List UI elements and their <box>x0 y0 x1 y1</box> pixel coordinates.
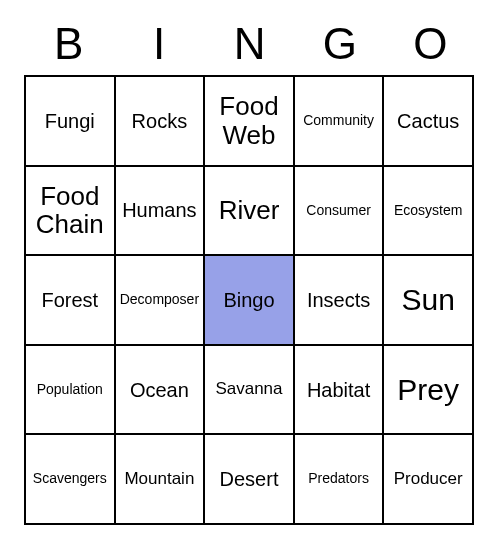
bingo-cell[interactable]: Producer <box>383 434 473 524</box>
bingo-cell[interactable]: Desert <box>204 434 294 524</box>
bingo-cell[interactable]: Habitat <box>294 345 384 435</box>
bingo-cell[interactable]: Savanna <box>204 345 294 435</box>
header-b: B <box>24 19 114 69</box>
bingo-cell[interactable]: Cactus <box>383 76 473 166</box>
bingo-cell[interactable]: Food Web <box>204 76 294 166</box>
bingo-free-space[interactable]: Bingo <box>204 255 294 345</box>
bingo-cell[interactable]: Sun <box>383 255 473 345</box>
header-i: I <box>114 19 204 69</box>
header-o: O <box>386 19 476 69</box>
bingo-cell[interactable]: Predators <box>294 434 384 524</box>
bingo-cell[interactable]: Population <box>25 345 115 435</box>
bingo-grid: FungiRocksFood WebCommunityCactusFood Ch… <box>24 75 474 525</box>
bingo-cell[interactable]: Decomposer <box>115 255 205 345</box>
bingo-cell[interactable]: Prey <box>383 345 473 435</box>
bingo-card: B I N G O FungiRocksFood WebCommunityCac… <box>24 19 476 525</box>
bingo-cell[interactable]: Ocean <box>115 345 205 435</box>
bingo-cell[interactable]: Ecosystem <box>383 166 473 256</box>
bingo-cell[interactable]: River <box>204 166 294 256</box>
bingo-cell[interactable]: Forest <box>25 255 115 345</box>
bingo-cell[interactable]: Community <box>294 76 384 166</box>
header-g: G <box>295 19 385 69</box>
bingo-cell[interactable]: Mountain <box>115 434 205 524</box>
bingo-cell[interactable]: Food Chain <box>25 166 115 256</box>
bingo-cell[interactable]: Fungi <box>25 76 115 166</box>
header-n: N <box>205 19 295 69</box>
bingo-cell[interactable]: Humans <box>115 166 205 256</box>
bingo-header: B I N G O <box>24 19 476 69</box>
bingo-cell[interactable]: Scavengers <box>25 434 115 524</box>
bingo-cell[interactable]: Insects <box>294 255 384 345</box>
bingo-cell[interactable]: Rocks <box>115 76 205 166</box>
bingo-cell[interactable]: Consumer <box>294 166 384 256</box>
